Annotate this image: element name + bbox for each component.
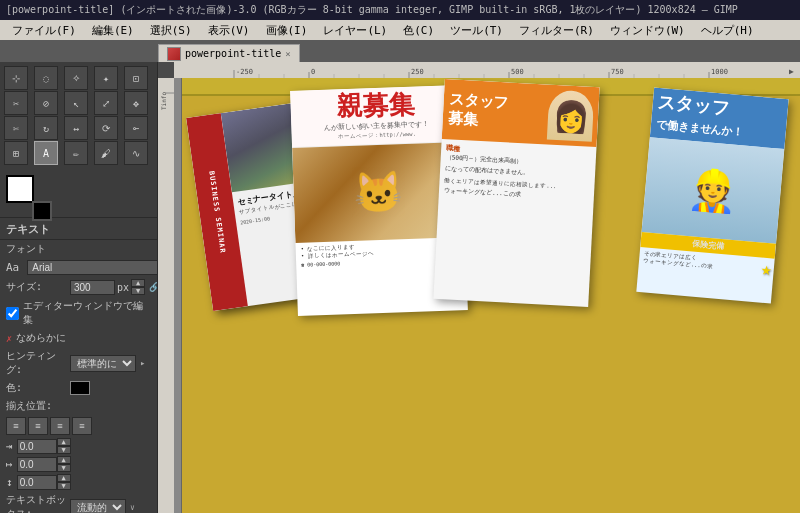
menu-view[interactable]: 表示(V) — [200, 20, 258, 40]
indent-up-3[interactable]: ▲ — [57, 474, 71, 482]
size-arrows: ▲ ▼ — [131, 279, 145, 295]
indent-icon-3: ↕ — [6, 476, 13, 489]
canvas-with-ruler: Tinfo BUSINESS SEMINAR — [158, 78, 800, 513]
indent-up-1[interactable]: ▲ — [57, 438, 71, 446]
tool-paint[interactable]: 🖌 — [94, 141, 118, 165]
font-label: フォント — [6, 242, 66, 256]
tool-unified[interactable]: ⊞ — [4, 141, 28, 165]
hinting-select[interactable]: 標準的に なし フル — [70, 355, 136, 372]
menu-select[interactable]: 選択(S) — [142, 20, 200, 40]
ruler-corner — [158, 62, 174, 78]
font-value-row: Aa — [0, 258, 157, 277]
cat-emoji: 🐱 — [353, 168, 405, 217]
justify-row: ≡ ≡ ≡ ≡ — [0, 415, 157, 437]
indent-up-2[interactable]: ▲ — [57, 456, 71, 464]
tool-move[interactable]: ↖ — [64, 91, 88, 115]
size-chain-icon[interactable]: 🔗 — [149, 282, 157, 292]
tool-crop[interactable]: ✄ — [4, 116, 28, 140]
textbox-arrow: ∨ — [130, 503, 135, 512]
size-label: サイズ: — [6, 280, 66, 294]
indent-down-1[interactable]: ▼ — [57, 446, 71, 454]
indent-down-3[interactable]: ▼ — [57, 482, 71, 490]
tool-select-by-color[interactable]: ⊡ — [124, 66, 148, 90]
color-row: 色: — [0, 379, 157, 397]
antialias-row: ✗ なめらかに — [0, 329, 157, 347]
tool-rotate[interactable]: ↻ — [34, 116, 58, 140]
menu-tools[interactable]: ツール(T) — [442, 20, 511, 40]
image-tab[interactable]: powerpoint-title × — [158, 44, 300, 62]
justify-center[interactable]: ≡ — [28, 417, 48, 435]
main-layout: ⊹ ◌ ⟡ ✦ ⊡ ✂ ⊘ ↖ ⤢ ✥ ✄ ↻ ↔ ⟳ ⟜ ⊞ A ✏ 🖌 ∿ — [0, 62, 800, 513]
menu-bar: ファイル(F) 編集(E) 選択(S) 表示(V) 画像(I) レイヤー(L) … — [0, 20, 800, 40]
tool-rectangle-select[interactable]: ⊹ — [4, 66, 28, 90]
tool-perspective[interactable]: ⟜ — [124, 116, 148, 140]
menu-edit[interactable]: 編集(E) — [84, 20, 142, 40]
font-input[interactable] — [27, 260, 157, 275]
brochure-staff-title: スタッフ募集 — [447, 90, 509, 131]
color-swatches[interactable] — [6, 175, 42, 211]
menu-image[interactable]: 画像(I) — [258, 20, 316, 40]
girl-emoji: 👩 — [551, 97, 590, 134]
size-down[interactable]: ▼ — [131, 287, 145, 295]
brochure-vertical-text: BUSINESS SEMINAR — [207, 170, 227, 254]
canvas-scroll[interactable]: BUSINESS SEMINAR セミナータイトル サブタイトルがここに入ります… — [174, 78, 800, 513]
brochure-worker-image: 👷 — [642, 137, 785, 243]
editor-label: エディターウィンドウで編集 — [23, 299, 151, 327]
menu-file[interactable]: ファイル(F) — [4, 20, 84, 40]
textbox-select[interactable]: 流動的 固定幅 — [70, 499, 126, 514]
background-color[interactable] — [32, 201, 52, 221]
tool-transform[interactable]: ✥ — [124, 91, 148, 115]
hinting-row: ヒンティング: 標準的に なし フル ▸ — [0, 347, 157, 379]
toolbox: ⊹ ◌ ⟡ ✦ ⊡ ✂ ⊘ ↖ ⤢ ✥ ✄ ↻ ↔ ⟳ ⟜ ⊞ A ✏ 🖌 ∿ — [0, 62, 158, 513]
tool-free-select[interactable]: ⟡ — [64, 66, 88, 90]
tab-close-button[interactable]: × — [285, 49, 290, 59]
tool-fg-select[interactable]: ⊘ — [34, 91, 58, 115]
tool-scale[interactable]: ↔ — [64, 116, 88, 140]
text-color-swatch[interactable] — [70, 381, 90, 395]
svg-text:250: 250 — [411, 68, 424, 76]
size-input[interactable] — [70, 280, 115, 295]
menu-color[interactable]: 色(C) — [395, 20, 442, 40]
indent-down-2[interactable]: ▼ — [57, 464, 71, 472]
tool-heal[interactable]: ∿ — [124, 141, 148, 165]
svg-text:-250: -250 — [236, 68, 253, 76]
indent-row-1: ⇥ ▲ ▼ — [0, 437, 157, 455]
tool-scissors[interactable]: ✂ — [4, 91, 28, 115]
size-unit: px — [117, 282, 129, 293]
menu-windows[interactable]: ウィンドウ(W) — [602, 20, 693, 40]
menu-help[interactable]: ヘルプ(H) — [693, 20, 762, 40]
brochure-recruit-title: 親募集 — [295, 90, 456, 122]
brochure-staff-header: スタッフ募集 👩 — [442, 79, 600, 147]
tool-fuzzy-select[interactable]: ✦ — [94, 66, 118, 90]
menu-layer[interactable]: レイヤー(L) — [315, 20, 395, 40]
ruler-v-svg: Tinfo — [158, 78, 174, 513]
tab-bar: powerpoint-title × — [0, 40, 800, 62]
indent-input-3[interactable] — [17, 475, 57, 490]
textbox-label: テキストボックス: — [6, 493, 66, 513]
left-ruler-margin — [174, 78, 182, 513]
tool-align[interactable]: ⤢ — [94, 91, 118, 115]
tool-ellipse-select[interactable]: ◌ — [34, 66, 58, 90]
menu-filters[interactable]: フィルター(R) — [511, 20, 602, 40]
tool-options-panel: テキスト フォント Aa サイズ: px ▲ ▼ 🔗 — [0, 217, 157, 513]
svg-text:1000: 1000 — [711, 68, 728, 76]
ruler-horizontal: -250 0 250 500 750 1000 — [174, 62, 800, 78]
justify-right[interactable]: ≡ — [50, 417, 70, 435]
indent-input-1[interactable] — [17, 439, 57, 454]
svg-text:▶: ▶ — [789, 67, 794, 76]
size-up[interactable]: ▲ — [131, 279, 145, 287]
indent-spin-2: ▲ ▼ — [17, 456, 71, 472]
indent-input-2[interactable] — [17, 457, 57, 472]
svg-rect-0 — [174, 62, 800, 78]
foreground-color[interactable] — [6, 175, 34, 203]
tool-pencil[interactable]: ✏ — [64, 141, 88, 165]
svg-rect-28 — [158, 78, 174, 513]
justify-left[interactable]: ≡ — [6, 417, 26, 435]
tool-shear[interactable]: ⟳ — [94, 116, 118, 140]
justify-full[interactable]: ≡ — [72, 417, 92, 435]
title-bar: [powerpoint-title] (インポートされた画像)-3.0 (RGB… — [0, 0, 800, 20]
editor-checkbox[interactable] — [6, 307, 19, 320]
star-decoration: ★ — [760, 258, 773, 280]
brochure-staff-girl-head: 👩 — [547, 90, 595, 142]
tool-text[interactable]: A — [34, 141, 58, 165]
